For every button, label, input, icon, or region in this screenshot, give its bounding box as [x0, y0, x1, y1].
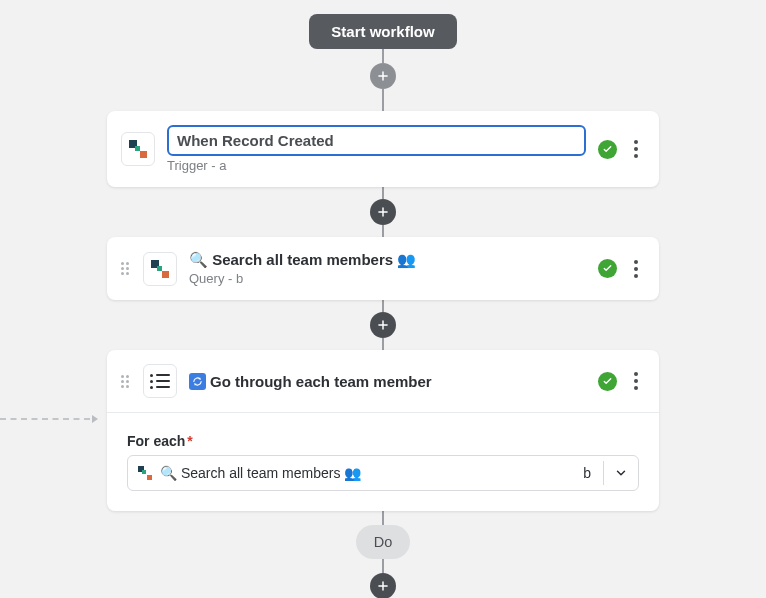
connector-line	[382, 559, 384, 573]
connector-line	[382, 511, 384, 525]
status-success-icon	[598, 372, 617, 391]
workflow-card-query: 🔍 Search all team members 👥 Query - b	[107, 237, 659, 300]
card-title-input[interactable]	[167, 125, 586, 156]
card-subtitle: Query - b	[189, 271, 586, 286]
status-success-icon	[598, 259, 617, 278]
dropdown-toggle[interactable]	[604, 466, 638, 480]
connector-line	[382, 49, 384, 63]
drag-handle-icon[interactable]	[121, 262, 131, 275]
card-title: Go through each team member	[189, 373, 586, 390]
app-logo-icon	[138, 466, 152, 480]
incoming-connector	[0, 414, 100, 424]
for-each-value: 🔍 Search all team members 👥	[160, 465, 361, 481]
loop-icon	[189, 373, 206, 390]
for-each-ref: b	[571, 465, 603, 481]
connector-line	[382, 89, 384, 111]
plus-icon	[376, 579, 390, 593]
app-logo-icon	[143, 252, 177, 286]
card-more-button[interactable]	[627, 260, 645, 278]
add-step-button[interactable]	[370, 63, 396, 89]
drag-handle-icon[interactable]	[121, 375, 131, 388]
for-each-label: For each*	[127, 433, 639, 449]
start-workflow-pill[interactable]: Start workflow	[309, 14, 456, 49]
status-success-icon	[598, 140, 617, 159]
workflow-card-trigger: Trigger - a	[107, 111, 659, 187]
plus-icon	[376, 205, 390, 219]
card-subtitle: Trigger - a	[167, 158, 586, 173]
card-title: 🔍 Search all team members 👥	[189, 251, 586, 269]
chevron-down-icon	[614, 466, 628, 480]
for-each-select[interactable]: 🔍 Search all team members 👥 b	[127, 455, 639, 491]
add-step-button[interactable]	[370, 312, 396, 338]
add-step-button[interactable]	[370, 573, 396, 598]
arrow-right-icon	[90, 414, 100, 424]
connector-line	[382, 187, 384, 199]
do-label-pill: Do	[356, 525, 411, 559]
workflow-card-loop: Go through each team member For each*	[107, 350, 659, 511]
add-step-button[interactable]	[370, 199, 396, 225]
connector-line	[382, 338, 384, 350]
list-icon	[143, 364, 177, 398]
app-logo-icon	[121, 132, 155, 166]
plus-icon	[376, 318, 390, 332]
connector-line	[382, 225, 384, 237]
plus-icon	[376, 69, 390, 83]
card-more-button[interactable]	[627, 372, 645, 390]
card-more-button[interactable]	[627, 140, 645, 158]
connector-line	[382, 300, 384, 312]
